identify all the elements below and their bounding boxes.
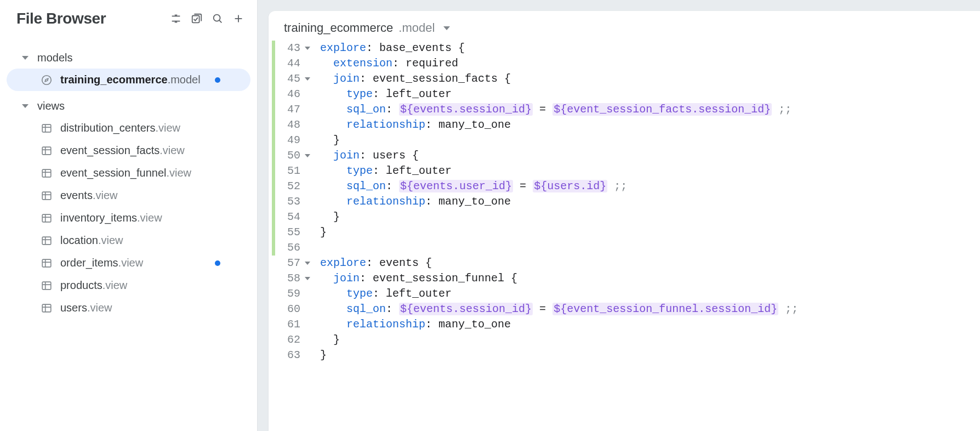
file-products[interactable]: products.view: [7, 274, 250, 297]
table-icon: [41, 122, 53, 134]
line-number: 47: [275, 102, 304, 117]
sidebar-title: File Browser: [16, 10, 106, 27]
code-line[interactable]: [320, 240, 980, 256]
gutter-row: 58: [269, 271, 315, 286]
code-line[interactable]: type: left_outer: [320, 286, 980, 302]
collapse-tree-icon[interactable]: [169, 12, 183, 25]
fold-gutter[interactable]: [304, 277, 315, 280]
code-line[interactable]: }: [320, 348, 980, 363]
file-distribution_centers[interactable]: distribution_centers.view: [7, 117, 250, 139]
file-order_items[interactable]: order_items.view: [7, 252, 250, 274]
code-line[interactable]: explore: base_events {: [320, 41, 980, 56]
fold-gutter[interactable]: [304, 262, 315, 265]
table-icon: [41, 235, 53, 247]
code-line[interactable]: join: event_session_funnel {: [320, 271, 980, 286]
file-events[interactable]: events.view: [7, 184, 250, 207]
folder-caret-icon: [22, 56, 29, 60]
line-number: 62: [275, 332, 304, 348]
file-training_ecommerce[interactable]: training_ecommerce.model: [7, 69, 250, 91]
table-icon: [41, 257, 53, 269]
svg-rect-9: [42, 124, 51, 132]
svg-marker-8: [45, 78, 48, 82]
code-line[interactable]: }: [320, 225, 980, 240]
gutter-row: 51: [269, 163, 315, 179]
line-number: 57: [275, 256, 304, 271]
file-ext: .view: [159, 144, 185, 156]
code-line[interactable]: type: left_outer: [320, 163, 980, 179]
folder-label: models: [37, 52, 72, 64]
code-line[interactable]: extension: required: [320, 56, 980, 71]
file-location[interactable]: location.view: [7, 229, 250, 252]
line-number: 46: [275, 87, 304, 102]
code-line[interactable]: }: [320, 332, 980, 348]
file-tree: modelstraining_ecommerce.modelviewsdistr…: [7, 47, 250, 319]
file-inventory_items[interactable]: inventory_items.view: [7, 207, 250, 229]
file-name: training_ecommerce: [60, 73, 168, 86]
code-line[interactable]: }: [320, 209, 980, 225]
svg-line-4: [219, 20, 221, 22]
file-name: event_session_funnel: [60, 167, 166, 179]
code-line[interactable]: join: users {: [320, 148, 980, 163]
svg-rect-12: [42, 147, 51, 155]
fold-caret-icon: [305, 262, 310, 265]
bulk-select-icon[interactable]: [190, 12, 203, 25]
modified-indicator-icon: [215, 260, 220, 266]
code-line[interactable]: relationship: many_to_one: [320, 117, 980, 133]
file-browser-sidebar: File Browser modelstraining_ecommerce.mo…: [0, 0, 258, 431]
table-icon: [41, 167, 53, 179]
file-event_session_facts[interactable]: event_session_facts.view: [7, 139, 250, 162]
code-gutter: 4344454647484950515253545556575859606162…: [269, 41, 315, 431]
folder-label: views: [37, 100, 65, 112]
gutter-row: 55: [269, 225, 315, 240]
code-line[interactable]: relationship: many_to_one: [320, 317, 980, 332]
line-number: 63: [275, 348, 304, 363]
code-line[interactable]: sql_on: ${events.user_id} = ${users.id} …: [320, 179, 980, 194]
table-icon: [41, 145, 53, 157]
gutter-row: 46: [269, 87, 315, 102]
code-editor[interactable]: 4344454647484950515253545556575859606162…: [269, 41, 980, 431]
gutter-row: 62: [269, 332, 315, 348]
code-line[interactable]: sql_on: ${events.session_id} = ${event_s…: [320, 302, 980, 317]
code-line[interactable]: join: event_session_facts {: [320, 71, 980, 87]
file-users[interactable]: users.view: [7, 297, 250, 319]
tab-file-name: training_ecommerce: [284, 21, 393, 35]
file-ext: .view: [98, 234, 123, 246]
line-number: 50: [275, 148, 304, 163]
file-ext: .model: [168, 73, 201, 86]
gutter-row: 57: [269, 256, 315, 271]
search-icon[interactable]: [211, 12, 224, 25]
fold-gutter[interactable]: [304, 154, 315, 157]
editor-card: training_ecommerce.model 434445464748495…: [269, 11, 980, 431]
code-line[interactable]: type: left_outer: [320, 87, 980, 102]
code-content[interactable]: explore: base_events { extension: requir…: [315, 41, 980, 431]
line-number: 56: [275, 240, 304, 256]
file-ext: .view: [102, 279, 128, 291]
table-icon: [41, 212, 53, 224]
svg-rect-18: [42, 192, 51, 200]
add-file-icon[interactable]: [232, 12, 245, 25]
folder-models[interactable]: models: [7, 47, 250, 69]
line-number: 45: [275, 71, 304, 87]
svg-rect-21: [42, 214, 51, 222]
file-event_session_funnel[interactable]: event_session_funnel.view: [7, 162, 250, 184]
fold-gutter[interactable]: [304, 47, 315, 50]
file-name: products: [60, 279, 102, 291]
code-line[interactable]: }: [320, 133, 980, 148]
code-line[interactable]: explore: events {: [320, 256, 980, 271]
folder-views[interactable]: views: [7, 95, 250, 117]
fold-gutter[interactable]: [304, 77, 315, 81]
code-line[interactable]: relationship: many_to_one: [320, 194, 980, 209]
gutter-row: 50: [269, 148, 315, 163]
line-number: 55: [275, 225, 304, 240]
gutter-row: 52: [269, 179, 315, 194]
fold-caret-icon: [305, 277, 310, 280]
gutter-row: 43: [269, 41, 315, 56]
tab-dropdown-icon[interactable]: [443, 26, 450, 30]
table-icon: [41, 280, 53, 292]
file-name: order_items: [60, 257, 118, 269]
editor-tab-bar: training_ecommerce.model: [269, 11, 980, 41]
editor-area: training_ecommerce.model 434445464748495…: [258, 0, 980, 431]
code-line[interactable]: sql_on: ${events.session_id} = ${event_s…: [320, 102, 980, 117]
file-ext: .view: [87, 302, 112, 314]
editor-tab[interactable]: training_ecommerce.model: [284, 21, 450, 35]
